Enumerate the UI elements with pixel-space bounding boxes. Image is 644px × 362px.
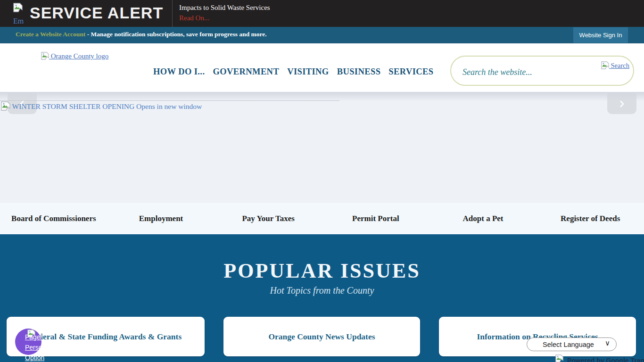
- alert-divider: [172, 0, 173, 27]
- card-news-updates[interactable]: Orange County News Updates: [223, 317, 420, 356]
- page-personalization-button[interactable]: [15, 329, 41, 355]
- read-on-link[interactable]: Read On...: [179, 14, 209, 22]
- search-input[interactable]: [462, 65, 599, 79]
- quick-link-adopt-a-pet[interactable]: Adopt a Pet: [429, 214, 537, 223]
- nav-item-how-do-i[interactable]: HOW DO I...: [153, 67, 205, 77]
- site-search: Search: [450, 56, 634, 86]
- card-label: Federal & State Funding Awards & Grants: [30, 332, 182, 342]
- broken-image-icon: [555, 354, 563, 362]
- quick-link-register-of-deeds[interactable]: Register of Deeds: [537, 214, 644, 223]
- nav-item-visiting[interactable]: VISITING: [287, 67, 329, 77]
- popular-issues-title: POPULAR ISSUES: [0, 259, 644, 283]
- nav-item-government[interactable]: GOVERNMENT: [213, 67, 279, 77]
- hero-slide-link[interactable]: WINTER STORM SHELTER OPENING Opens in ne…: [1, 101, 202, 113]
- broken-image-icon: [41, 52, 49, 62]
- account-bar-description: - Manage notification subscriptions, sav…: [87, 31, 267, 38]
- account-bar: Create a Website Account - Manage notifi…: [0, 27, 644, 43]
- main-navigation: HOW DO I... GOVERNMENT VISITING BUSINESS…: [153, 67, 446, 77]
- header-shadow-gradient: [0, 92, 644, 101]
- site-header: Orange County logo HOW DO I... GOVERNMEN…: [0, 43, 644, 92]
- service-alert-bar: Em SERVICE ALERT Impacts to Solid Waste …: [0, 0, 644, 27]
- broken-image-icon: [1, 101, 10, 113]
- hero-slide-alt-text: WINTER STORM SHELTER OPENING Opens in ne…: [12, 102, 202, 110]
- alert-message: Impacts to Solid Waste Services: [179, 4, 270, 12]
- search-button[interactable]: Search: [601, 61, 629, 71]
- quick-link-permit-portal[interactable]: Permit Portal: [322, 214, 429, 223]
- popular-issues-subtitle: Hot Topics from the County: [0, 285, 644, 296]
- account-bar-text: Create a Website Account - Manage notifi…: [16, 31, 267, 38]
- card-label: Orange County News Updates: [268, 332, 375, 342]
- language-widget: Select Language ∨: [527, 337, 617, 351]
- logo-alt-text: Orange County logo: [51, 52, 108, 60]
- alert-image-alt-text: Em: [13, 17, 32, 25]
- create-account-link[interactable]: Create a Website Account: [16, 31, 85, 38]
- nav-item-business[interactable]: BUSINESS: [337, 67, 381, 77]
- google-translate-attribution-link[interactable]: Powered by Google Translate: [555, 354, 644, 362]
- broken-image-icon: [13, 3, 23, 14]
- alert-image-link[interactable]: Em: [13, 3, 32, 27]
- quick-link-employment[interactable]: Employment: [107, 214, 215, 223]
- hero-carousel: ‹ › WINTER STORM SHELTER OPENING Opens i…: [0, 92, 644, 203]
- nav-item-services[interactable]: SERVICES: [388, 67, 433, 77]
- page: Em SERVICE ALERT Impacts to Solid Waste …: [0, 0, 644, 362]
- service-alert-title: SERVICE ALERT: [30, 4, 163, 22]
- header-bottom-line: [0, 100, 339, 101]
- quick-links-strip: Board of Commissioners Employment Pay Yo…: [0, 203, 644, 234]
- search-icon: [601, 61, 609, 71]
- site-logo-link[interactable]: Orange County logo: [41, 52, 108, 62]
- website-sign-in-button[interactable]: Website Sign In: [573, 27, 628, 43]
- translate-attribution-text: Powered by Google Translate: [567, 357, 644, 362]
- quick-link-pay-your-taxes[interactable]: Pay Your Taxes: [215, 214, 322, 223]
- quick-link-board-of-commissioners[interactable]: Board of Commissioners: [0, 214, 107, 223]
- language-select[interactable]: Select Language: [527, 337, 617, 351]
- search-button-label: Search: [611, 62, 629, 69]
